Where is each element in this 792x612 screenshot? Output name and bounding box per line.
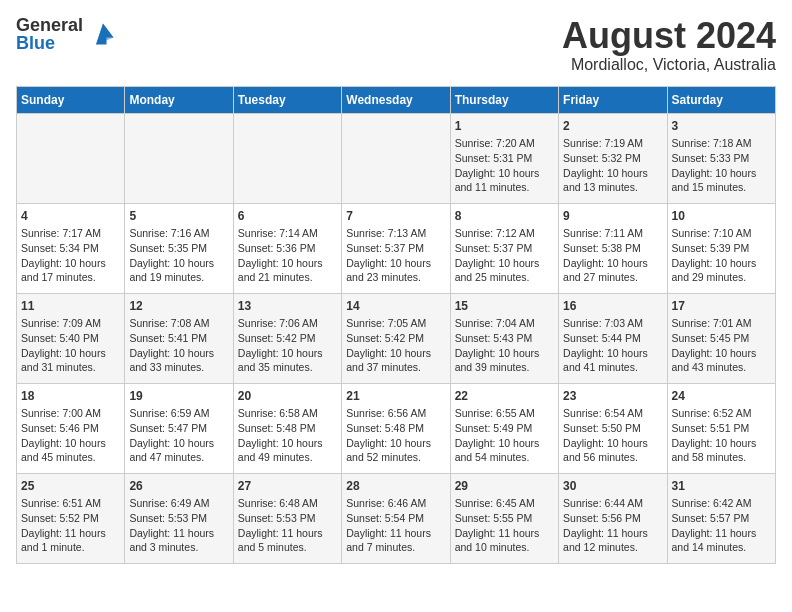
day-info: Sunset: 5:32 PM bbox=[563, 151, 662, 166]
day-number: 5 bbox=[129, 208, 228, 225]
day-number: 23 bbox=[563, 388, 662, 405]
day-info: Daylight: 10 hours bbox=[455, 166, 554, 181]
calendar-cell: 18Sunrise: 7:00 AMSunset: 5:46 PMDayligh… bbox=[17, 383, 125, 473]
day-info: Daylight: 10 hours bbox=[455, 256, 554, 271]
day-info: Daylight: 11 hours bbox=[346, 526, 445, 541]
calendar-cell bbox=[17, 113, 125, 203]
day-info: Sunrise: 6:55 AM bbox=[455, 406, 554, 421]
day-info: Sunrise: 6:56 AM bbox=[346, 406, 445, 421]
calendar-cell bbox=[125, 113, 233, 203]
day-info: and 15 minutes. bbox=[672, 180, 771, 195]
day-number: 21 bbox=[346, 388, 445, 405]
day-info: and 33 minutes. bbox=[129, 360, 228, 375]
day-number: 13 bbox=[238, 298, 337, 315]
day-info: Sunset: 5:49 PM bbox=[455, 421, 554, 436]
day-info: Sunrise: 6:52 AM bbox=[672, 406, 771, 421]
header-tuesday: Tuesday bbox=[233, 86, 341, 113]
day-info: Daylight: 10 hours bbox=[21, 436, 120, 451]
day-info: Daylight: 10 hours bbox=[563, 346, 662, 361]
day-info: and 19 minutes. bbox=[129, 270, 228, 285]
title-block: August 2024 Mordialloc, Victoria, Austra… bbox=[562, 16, 776, 74]
day-info: Sunset: 5:55 PM bbox=[455, 511, 554, 526]
calendar-cell: 16Sunrise: 7:03 AMSunset: 5:44 PMDayligh… bbox=[559, 293, 667, 383]
header-saturday: Saturday bbox=[667, 86, 775, 113]
day-info: and 5 minutes. bbox=[238, 540, 337, 555]
day-number: 30 bbox=[563, 478, 662, 495]
day-info: and 47 minutes. bbox=[129, 450, 228, 465]
calendar-cell: 9Sunrise: 7:11 AMSunset: 5:38 PMDaylight… bbox=[559, 203, 667, 293]
day-info: Sunset: 5:48 PM bbox=[346, 421, 445, 436]
day-info: Sunset: 5:31 PM bbox=[455, 151, 554, 166]
day-info: Sunset: 5:46 PM bbox=[21, 421, 120, 436]
calendar-cell: 3Sunrise: 7:18 AMSunset: 5:33 PMDaylight… bbox=[667, 113, 775, 203]
day-info: and 35 minutes. bbox=[238, 360, 337, 375]
day-info: Daylight: 11 hours bbox=[455, 526, 554, 541]
day-info: Daylight: 10 hours bbox=[129, 436, 228, 451]
day-info: Daylight: 10 hours bbox=[346, 256, 445, 271]
day-number: 18 bbox=[21, 388, 120, 405]
day-info: Sunset: 5:44 PM bbox=[563, 331, 662, 346]
day-info: Sunrise: 7:06 AM bbox=[238, 316, 337, 331]
day-info: and 56 minutes. bbox=[563, 450, 662, 465]
calendar-subtitle: Mordialloc, Victoria, Australia bbox=[562, 56, 776, 74]
day-info: Sunset: 5:42 PM bbox=[238, 331, 337, 346]
day-info: Daylight: 10 hours bbox=[672, 166, 771, 181]
day-info: and 41 minutes. bbox=[563, 360, 662, 375]
day-info: Sunrise: 7:20 AM bbox=[455, 136, 554, 151]
calendar-cell: 8Sunrise: 7:12 AMSunset: 5:37 PMDaylight… bbox=[450, 203, 558, 293]
day-info: and 14 minutes. bbox=[672, 540, 771, 555]
day-info: and 23 minutes. bbox=[346, 270, 445, 285]
calendar-cell: 7Sunrise: 7:13 AMSunset: 5:37 PMDaylight… bbox=[342, 203, 450, 293]
day-info: Sunset: 5:54 PM bbox=[346, 511, 445, 526]
day-info: Daylight: 10 hours bbox=[238, 436, 337, 451]
logo: General Blue bbox=[16, 16, 117, 52]
day-info: Daylight: 10 hours bbox=[346, 436, 445, 451]
day-info: Daylight: 10 hours bbox=[672, 346, 771, 361]
day-info: and 27 minutes. bbox=[563, 270, 662, 285]
day-info: Daylight: 10 hours bbox=[238, 256, 337, 271]
calendar-cell: 13Sunrise: 7:06 AMSunset: 5:42 PMDayligh… bbox=[233, 293, 341, 383]
calendar-table: Sunday Monday Tuesday Wednesday Thursday… bbox=[16, 86, 776, 564]
calendar-cell: 4Sunrise: 7:17 AMSunset: 5:34 PMDaylight… bbox=[17, 203, 125, 293]
day-info: and 52 minutes. bbox=[346, 450, 445, 465]
day-number: 15 bbox=[455, 298, 554, 315]
day-info: Sunrise: 6:54 AM bbox=[563, 406, 662, 421]
day-info: Sunset: 5:51 PM bbox=[672, 421, 771, 436]
calendar-week-row: 18Sunrise: 7:00 AMSunset: 5:46 PMDayligh… bbox=[17, 383, 776, 473]
calendar-cell: 6Sunrise: 7:14 AMSunset: 5:36 PMDaylight… bbox=[233, 203, 341, 293]
day-info: Daylight: 10 hours bbox=[672, 436, 771, 451]
day-info: Sunset: 5:52 PM bbox=[21, 511, 120, 526]
day-number: 12 bbox=[129, 298, 228, 315]
day-info: Daylight: 10 hours bbox=[238, 346, 337, 361]
day-info: Sunset: 5:48 PM bbox=[238, 421, 337, 436]
calendar-cell: 26Sunrise: 6:49 AMSunset: 5:53 PMDayligh… bbox=[125, 473, 233, 563]
day-info: Sunset: 5:37 PM bbox=[346, 241, 445, 256]
header-monday: Monday bbox=[125, 86, 233, 113]
day-info: Sunrise: 6:49 AM bbox=[129, 496, 228, 511]
day-info: Sunset: 5:53 PM bbox=[238, 511, 337, 526]
weekday-header-row: Sunday Monday Tuesday Wednesday Thursday… bbox=[17, 86, 776, 113]
calendar-cell: 11Sunrise: 7:09 AMSunset: 5:40 PMDayligh… bbox=[17, 293, 125, 383]
day-number: 25 bbox=[21, 478, 120, 495]
day-info: Daylight: 11 hours bbox=[129, 526, 228, 541]
day-info: Sunrise: 7:16 AM bbox=[129, 226, 228, 241]
day-info: and 43 minutes. bbox=[672, 360, 771, 375]
day-number: 7 bbox=[346, 208, 445, 225]
calendar-cell: 20Sunrise: 6:58 AMSunset: 5:48 PMDayligh… bbox=[233, 383, 341, 473]
calendar-cell: 23Sunrise: 6:54 AMSunset: 5:50 PMDayligh… bbox=[559, 383, 667, 473]
day-info: and 12 minutes. bbox=[563, 540, 662, 555]
day-info: Sunrise: 6:51 AM bbox=[21, 496, 120, 511]
day-info: Sunset: 5:41 PM bbox=[129, 331, 228, 346]
day-info: Sunset: 5:37 PM bbox=[455, 241, 554, 256]
calendar-cell bbox=[233, 113, 341, 203]
calendar-week-row: 4Sunrise: 7:17 AMSunset: 5:34 PMDaylight… bbox=[17, 203, 776, 293]
day-info: Sunrise: 7:13 AM bbox=[346, 226, 445, 241]
day-info: Sunset: 5:38 PM bbox=[563, 241, 662, 256]
logo-icon bbox=[89, 20, 117, 48]
day-number: 11 bbox=[21, 298, 120, 315]
day-info: Sunrise: 7:19 AM bbox=[563, 136, 662, 151]
calendar-cell: 24Sunrise: 6:52 AMSunset: 5:51 PMDayligh… bbox=[667, 383, 775, 473]
day-info: Sunset: 5:39 PM bbox=[672, 241, 771, 256]
calendar-cell: 28Sunrise: 6:46 AMSunset: 5:54 PMDayligh… bbox=[342, 473, 450, 563]
day-info: and 13 minutes. bbox=[563, 180, 662, 195]
